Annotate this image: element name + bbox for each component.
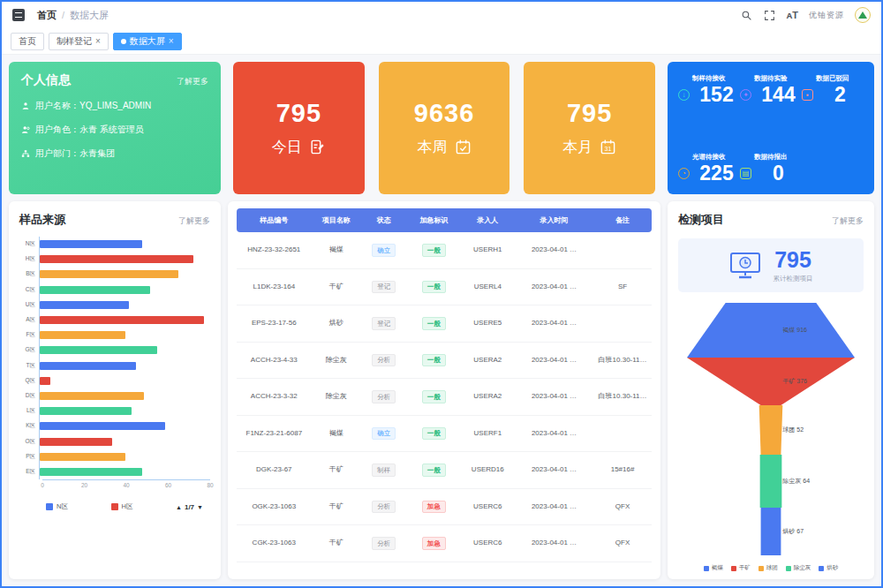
cell-project-name: 褐煤: [312, 232, 361, 269]
cell-note: QFX: [593, 489, 652, 526]
todo-item-data-rejected[interactable]: 数据已驳回 ▪ 2: [802, 74, 864, 107]
table-row[interactable]: ACCH-23-3-32除尘灰分析一般USERA22023-04-01 …白班1…: [237, 379, 652, 416]
table-row[interactable]: EPS-23-17-56烘砂登记一般USERE52023-04-01 …: [237, 305, 652, 343]
bar-category-label: L区: [19, 407, 39, 415]
sample-source-more-link[interactable]: 了解更多: [178, 215, 210, 227]
legend-label: H区: [122, 502, 133, 511]
app-logo-icon[interactable]: [855, 7, 871, 23]
x-tick-label: 60: [165, 482, 171, 488]
table-row[interactable]: HNZ-23-32-2651褐煤确立一般USERH12023-04-01 …: [237, 232, 652, 269]
bar-value[interactable]: [40, 346, 157, 354]
bar-value[interactable]: [40, 362, 136, 370]
tab-close-icon[interactable]: ×: [95, 37, 101, 46]
table-row[interactable]: ACCH-23-4-33除尘灰分析一般USERA22023-04-01 …白班1…: [237, 343, 652, 380]
stat-card-today[interactable]: 795 今日: [233, 62, 365, 194]
tab-2[interactable]: 数据大屏×: [113, 33, 182, 50]
cell-sample-code: L1DK-23-164: [237, 269, 312, 306]
breadcrumb-separator: /: [62, 10, 64, 20]
cell-status: 登记: [361, 305, 407, 343]
bar-value[interactable]: [40, 407, 132, 415]
bar-track: [39, 358, 210, 373]
bar-value[interactable]: [40, 392, 144, 400]
table-row[interactable]: L1DK-23-164干矿登记一般USERL42023-04-01 …SF: [237, 269, 652, 306]
funnel-legend-item-烘砂[interactable]: 烘砂: [819, 564, 838, 572]
cell-sample-code: DGK-23-67: [237, 452, 312, 489]
funnel-segment-干矿[interactable]: 干矿 376: [687, 358, 855, 405]
funnel-segment-除尘灰[interactable]: 除尘灰 64: [687, 455, 855, 508]
status-badge: 分析: [372, 390, 396, 403]
reject-icon: ▪: [802, 89, 813, 101]
profile-field-role: 用户角色：永青 系统管理员: [21, 124, 208, 136]
bar-value[interactable]: [40, 286, 150, 294]
search-icon[interactable]: [741, 9, 753, 21]
font-size-icon[interactable]: ᴀT: [787, 10, 798, 20]
status-badge: 分析: [372, 501, 396, 514]
funnel-segment-烘砂[interactable]: 烘砂 67: [687, 508, 855, 555]
cell-project-name: 除尘灰: [312, 343, 361, 380]
funnel-label: 除尘灰 64: [782, 477, 810, 486]
breadcrumb-root[interactable]: 首页: [37, 9, 57, 22]
funnel-legend-item-球团[interactable]: 球团: [758, 564, 778, 572]
funnel-legend-item-褐煤[interactable]: 褐煤: [704, 564, 723, 572]
funnel-legend-item-干矿[interactable]: 干矿: [731, 564, 751, 572]
cell-urgency: 加急: [407, 525, 461, 562]
menu-collapse-icon[interactable]: [12, 9, 25, 21]
bar-value[interactable]: [40, 270, 178, 278]
bar-track: [39, 418, 210, 433]
status-badge: 分析: [372, 354, 396, 367]
todo-item-data-report[interactable]: 数据待报出 ▤ 0: [740, 153, 802, 185]
bar-row-C区: C区: [19, 283, 210, 298]
legend-page-down-icon[interactable]: ▼: [197, 504, 203, 510]
legend-swatch: [786, 566, 791, 571]
bar-value[interactable]: [40, 438, 112, 446]
todo-item-spectrum-receive[interactable]: 光谱待接收 ◔ 225: [678, 153, 740, 185]
bar-value[interactable]: [40, 453, 125, 461]
urgency-badge: 一般: [422, 464, 446, 477]
stat-card-month[interactable]: 795 本月 31: [524, 62, 655, 194]
bar-category-label: G区: [19, 346, 39, 354]
bar-value[interactable]: [40, 468, 142, 476]
legend-item-0[interactable]: N区: [46, 502, 68, 511]
bar-track: [39, 267, 210, 282]
cell-note: 白班10.30-11…: [593, 343, 652, 380]
stat-card-week[interactable]: 9636 本周: [379, 62, 510, 194]
fullscreen-icon[interactable]: [764, 9, 776, 21]
table-row[interactable]: OGK-23-1063干矿分析加急USERC62023-04-01 …QFX: [237, 489, 652, 526]
urgency-badge: 一般: [422, 244, 446, 257]
bar-row-D区: D区: [19, 388, 210, 403]
todo-item-sample-receive[interactable]: 制样待接收 ↓ 152: [678, 74, 740, 107]
funnel-legend-item-除尘灰[interactable]: 除尘灰: [786, 564, 811, 572]
cell-urgency: 一般: [407, 305, 461, 343]
detection-more-link[interactable]: 了解更多: [832, 215, 864, 227]
active-tab-dot: [121, 39, 126, 44]
legend-item-1[interactable]: H区: [111, 502, 133, 511]
tab-0[interactable]: 首页: [11, 33, 44, 50]
profile-field-username: 用户名称：YQ_LIMS_ADMIN: [21, 100, 208, 112]
stat-cards: 795 今日 9636 本周 795 本月 31: [228, 62, 660, 194]
x-tick-label: 40: [123, 482, 129, 488]
table-row[interactable]: DGK-23-67干矿制样一般USERD162023-04-01 …15#16#: [237, 452, 652, 489]
bar-value[interactable]: [40, 331, 125, 339]
legend-page-up-icon[interactable]: ▲: [176, 504, 182, 510]
funnel-label: 褐煤 916: [782, 326, 807, 335]
tab-close-icon[interactable]: ×: [169, 37, 174, 46]
bar-value[interactable]: [40, 301, 129, 309]
tab-1[interactable]: 制样登记×: [49, 33, 109, 50]
bar-track: [39, 252, 210, 267]
funnel-segment-球团[interactable]: 球团 52: [687, 405, 855, 455]
cell-urgency: 加急: [407, 489, 461, 526]
funnel-segment-褐煤[interactable]: 褐煤 916: [687, 303, 855, 358]
bar-value[interactable]: [40, 255, 193, 263]
table-row[interactable]: F1NZ-23-21-6087褐煤确立一般USERF12023-04-01 …: [237, 416, 652, 453]
cell-note: [593, 305, 652, 343]
bar-value[interactable]: [40, 240, 142, 248]
todo-item-data-experiment[interactable]: 数据待实验 ✦ 144: [740, 74, 802, 107]
cell-urgency: 一般: [407, 452, 461, 489]
bar-value[interactable]: [40, 422, 165, 430]
bar-value[interactable]: [40, 377, 50, 385]
bar-x-axis: 020406080: [42, 479, 210, 490]
table-row[interactable]: CGK-23-1063干矿分析加急USERC62023-04-01 …QFX: [237, 525, 652, 562]
legend-swatch: [758, 566, 764, 571]
profile-more-link[interactable]: 了解更多: [177, 76, 208, 87]
bar-value[interactable]: [40, 316, 204, 324]
